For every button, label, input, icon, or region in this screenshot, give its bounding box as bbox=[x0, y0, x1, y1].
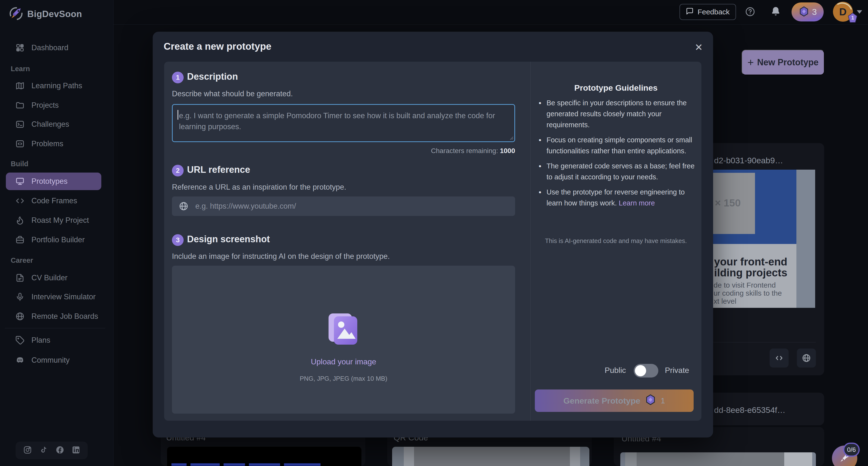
upload-hint: PNG, JPG, JPEG (max 10 MB) bbox=[172, 375, 515, 382]
feedback-button[interactable]: Feedback bbox=[680, 4, 736, 20]
generate-prototype-button[interactable]: Generate Prototype 1 bbox=[535, 389, 693, 412]
sidebar-item-prototypes[interactable]: Prototypes bbox=[6, 173, 101, 190]
plus-icon: + bbox=[747, 56, 754, 68]
screenshot-subtitle: Include an image for instructing AI on t… bbox=[172, 252, 390, 261]
sidebar-item-interview-simulator[interactable]: Interview Simulator bbox=[0, 287, 114, 307]
avatar-initial: D bbox=[839, 6, 846, 18]
globe-icon bbox=[179, 201, 188, 212]
gem-icon bbox=[645, 394, 656, 408]
guidelines-title: Prototype Guidelines bbox=[530, 83, 702, 93]
sidebar-item-dashboard[interactable]: Dashboard bbox=[0, 38, 114, 58]
text-caret bbox=[178, 110, 178, 120]
guideline-item: Use the prototype for reverse engineerin… bbox=[538, 187, 696, 209]
briefcase-icon bbox=[15, 235, 25, 245]
sidebar-item-plans[interactable]: Plans bbox=[0, 330, 114, 350]
generate-cost: 1 bbox=[661, 396, 665, 405]
modal-panel: 1 Description Describe what should be ge… bbox=[164, 62, 702, 421]
linkedin-icon[interactable] bbox=[72, 446, 80, 455]
feedback-label: Feedback bbox=[698, 8, 730, 16]
sidebar-item-problems[interactable]: Problems bbox=[0, 134, 114, 153]
guideline-item: The generated code serves as a base; fee… bbox=[538, 161, 696, 182]
sidebar-item-portfolio-builder[interactable]: Portfolio Builder bbox=[0, 230, 114, 250]
logo[interactable]: BigDevSoon bbox=[9, 7, 82, 22]
sidebar-item-cv-builder[interactable]: CV Builder bbox=[0, 268, 114, 288]
visibility-row: Public Private bbox=[530, 364, 702, 378]
modal-title: Create a new prototype bbox=[164, 41, 271, 52]
ai-disclaimer: This is AI-generated code and may have m… bbox=[530, 237, 702, 245]
close-icon[interactable]: ✕ bbox=[691, 40, 706, 55]
rocket-logo-icon bbox=[9, 7, 23, 22]
sidebar-item-label: Learning Paths bbox=[31, 81, 82, 90]
tag-icon bbox=[15, 336, 25, 345]
instagram-icon[interactable] bbox=[23, 445, 32, 455]
new-prototype-button[interactable]: + New Prototype bbox=[742, 50, 825, 75]
sidebar-item-label: Plans bbox=[31, 336, 51, 345]
sidebar-item-learning-paths[interactable]: Learning Paths bbox=[0, 76, 114, 95]
bell-icon[interactable] bbox=[770, 6, 781, 17]
screenshot-title: Design screenshot bbox=[187, 234, 270, 244]
sidebar-item-label: Community bbox=[31, 356, 70, 365]
credits-badge[interactable]: 3 bbox=[792, 2, 824, 22]
sidebar-item-community[interactable]: Community bbox=[0, 350, 114, 370]
globe-icon bbox=[15, 312, 25, 321]
sidebar-item-label: Projects bbox=[31, 101, 59, 110]
characters-remaining: Characters remaining: 1000 bbox=[172, 147, 515, 155]
sidebar-item-code-frames[interactable]: Code Frames bbox=[0, 191, 114, 211]
sidebar-section-career: Career bbox=[11, 253, 33, 268]
map-icon bbox=[15, 81, 25, 91]
sidebar-item-label: Dashboard bbox=[31, 43, 68, 52]
logo-text: BigDevSoon bbox=[27, 9, 82, 19]
open-live-button[interactable] bbox=[797, 349, 816, 368]
code-icon bbox=[15, 196, 25, 206]
terminal-icon bbox=[15, 119, 25, 129]
tiktok-icon[interactable] bbox=[39, 446, 48, 455]
view-code-button[interactable] bbox=[770, 349, 788, 368]
header-divider bbox=[114, 24, 868, 25]
facebook-icon[interactable] bbox=[56, 445, 64, 455]
prototype-card-title: dd-8ee8-e65354f… bbox=[714, 405, 785, 415]
guidelines-list: Be specific in your descriptions to ensu… bbox=[538, 97, 696, 213]
url-input[interactable] bbox=[172, 197, 515, 216]
gem-icon bbox=[798, 6, 810, 18]
sidebar-item-projects[interactable]: Projects bbox=[0, 95, 114, 115]
social-bar bbox=[16, 442, 88, 459]
visibility-toggle[interactable] bbox=[634, 364, 658, 378]
sidebar-item-label: Prototypes bbox=[31, 177, 67, 186]
url-subtitle: Reference a URL as an inspiration for th… bbox=[172, 183, 346, 192]
sidebar-item-label: Code Frames bbox=[31, 197, 77, 205]
folder-icon bbox=[15, 100, 25, 110]
toggle-knob bbox=[635, 365, 646, 376]
sidebar-section-learn: Learn bbox=[11, 61, 30, 76]
dashboard-icon bbox=[15, 43, 25, 53]
preview-scroll-strip bbox=[797, 170, 815, 308]
code-square-icon bbox=[15, 139, 25, 149]
sidebar-item-label: Problems bbox=[31, 139, 63, 148]
sidebar-item-label: Remote Job Boards bbox=[31, 312, 98, 321]
sidebar-item-challenges[interactable]: Challenges bbox=[0, 115, 114, 134]
sidebar-item-roast-my-project[interactable]: Roast My Project bbox=[0, 211, 114, 230]
credits-count: 3 bbox=[812, 7, 816, 17]
sidebar-item-label: Portfolio Builder bbox=[31, 235, 85, 244]
flame-icon bbox=[15, 215, 25, 225]
sidebar-section-build: Build bbox=[11, 156, 29, 171]
sidebar-item-label: Roast My Project bbox=[31, 216, 89, 225]
step-1-badge: 1 bbox=[172, 72, 184, 83]
learn-more-link[interactable]: Learn more bbox=[619, 199, 655, 207]
chat-icon bbox=[686, 7, 693, 17]
help-icon[interactable] bbox=[745, 6, 755, 17]
monitor-icon bbox=[15, 176, 25, 186]
description-input[interactable] bbox=[172, 104, 515, 142]
microphone-icon bbox=[15, 292, 25, 302]
step-2-badge: 2 bbox=[172, 165, 184, 176]
sidebar: BigDevSoon Dashboard Learn Learning Path… bbox=[0, 0, 114, 466]
guideline-item: Focus on creating simple components or s… bbox=[538, 135, 696, 156]
description-subtitle: Describe what should be generated. bbox=[172, 89, 293, 98]
discord-icon bbox=[15, 355, 25, 365]
url-title: URL reference bbox=[187, 165, 250, 175]
resize-handle[interactable] bbox=[508, 135, 514, 140]
sidebar-item-remote-job-boards[interactable]: Remote Job Boards bbox=[0, 307, 114, 326]
private-label: Private bbox=[665, 366, 689, 375]
upload-dropzone[interactable]: Upload your image PNG, JPG, JPEG (max 10… bbox=[172, 266, 515, 414]
upload-label: Upload your image bbox=[172, 357, 515, 366]
chevron-down-icon[interactable] bbox=[857, 10, 862, 13]
